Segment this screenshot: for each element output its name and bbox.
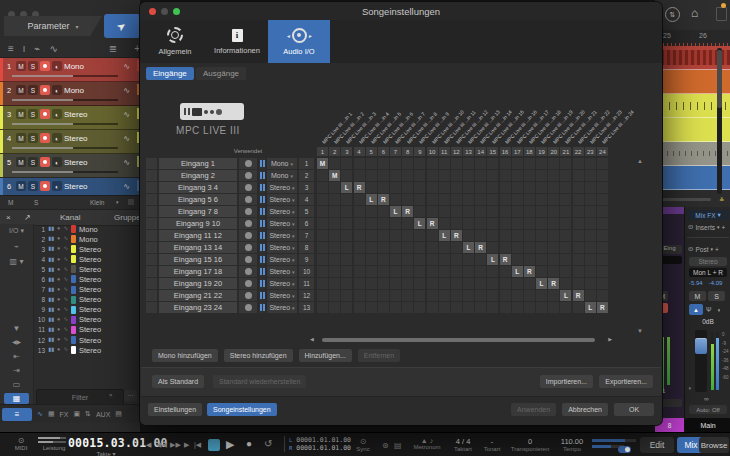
grid-toggle-icon[interactable] bbox=[128, 199, 134, 205]
matrix-cell[interactable] bbox=[475, 278, 486, 289]
matrix-cell[interactable] bbox=[329, 218, 340, 229]
matrix-cell[interactable] bbox=[317, 230, 328, 241]
matrix-cell[interactable] bbox=[341, 206, 352, 217]
matrix-cell[interactable] bbox=[487, 170, 498, 181]
dialog-titlebar[interactable]: Songeinstellungen bbox=[140, 2, 662, 21]
channel-color-chip[interactable] bbox=[71, 346, 76, 354]
channel-name-cell[interactable]: Eingang 7 8 bbox=[159, 206, 237, 217]
mono-button[interactable]: ▲ bbox=[689, 304, 703, 315]
inspector-icon[interactable]: I bbox=[23, 44, 26, 54]
matrix-cell[interactable] bbox=[463, 302, 474, 313]
matrix-cell[interactable] bbox=[439, 254, 450, 265]
matrix-cell[interactable] bbox=[524, 302, 535, 313]
matrix-cell[interactable] bbox=[414, 242, 425, 253]
solo-button[interactable]: S bbox=[28, 181, 38, 191]
matrix-cell[interactable] bbox=[548, 158, 559, 169]
matrix-cell[interactable] bbox=[500, 170, 511, 181]
matrix-cell[interactable] bbox=[475, 206, 486, 217]
channel-color-chip[interactable] bbox=[71, 306, 76, 314]
matrix-cell[interactable] bbox=[585, 266, 596, 277]
matrix-cell[interactable] bbox=[573, 242, 584, 253]
matrix-cell[interactable] bbox=[597, 170, 608, 181]
channel-name-cell[interactable]: Eingang 11 12 bbox=[159, 230, 237, 241]
inserts-header[interactable]: ⊙ Inserts ▾+ bbox=[688, 223, 725, 231]
chevron-down-icon[interactable]: ▾ bbox=[116, 199, 119, 205]
matrix-cell[interactable] bbox=[463, 278, 474, 289]
matrix-cell[interactable] bbox=[390, 302, 401, 313]
matrix-cell[interactable]: R bbox=[548, 278, 559, 289]
matrix-cell[interactable]: L bbox=[439, 230, 450, 241]
matrix-cell[interactable] bbox=[366, 230, 377, 241]
matrix-cell[interactable] bbox=[439, 194, 450, 205]
row-handle-cell[interactable] bbox=[146, 206, 157, 217]
matrix-cell[interactable] bbox=[463, 254, 474, 265]
zoom-dialog-icon[interactable] bbox=[173, 8, 180, 15]
wrench-icon[interactable]: ⌁ bbox=[34, 43, 40, 54]
matrix-cell[interactable] bbox=[414, 158, 425, 169]
matrix-col-number[interactable]: 9 bbox=[414, 147, 425, 156]
solo-button[interactable]: S bbox=[28, 157, 38, 167]
matrix-cell[interactable] bbox=[560, 242, 571, 253]
matrix-cell[interactable] bbox=[585, 254, 596, 265]
matrix-cell[interactable] bbox=[354, 170, 365, 181]
matrix-cell[interactable]: R bbox=[451, 230, 462, 241]
loop-button[interactable]: ↺ bbox=[264, 438, 272, 449]
channel-type-select[interactable]: Stereo▾ bbox=[267, 290, 297, 301]
output-select[interactable]: Mon L + R bbox=[689, 268, 727, 277]
link-icon[interactable]: ∞ bbox=[704, 395, 709, 402]
matrix-cell[interactable] bbox=[354, 302, 365, 313]
matrix-cell[interactable] bbox=[414, 230, 425, 241]
mute-button[interactable]: M bbox=[16, 85, 26, 95]
collapse-icon[interactable]: ◀▶ bbox=[0, 338, 33, 345]
channel-list-item[interactable]: 12 ▮▮ ● ∿ Stereo bbox=[33, 335, 140, 345]
matrix-cell[interactable] bbox=[366, 242, 377, 253]
matrix-cell[interactable] bbox=[487, 242, 498, 253]
matrix-cell[interactable] bbox=[451, 158, 462, 169]
matrix-cell[interactable] bbox=[354, 278, 365, 289]
edit-view-button[interactable]: Edit bbox=[640, 437, 674, 453]
matrix-cell[interactable] bbox=[378, 278, 389, 289]
matrix-cell[interactable] bbox=[585, 158, 596, 169]
matrix-cell[interactable] bbox=[463, 182, 474, 193]
speaker-icon[interactable]: ◖ bbox=[717, 306, 721, 313]
matrix-cell[interactable] bbox=[390, 194, 401, 205]
solo-button[interactable]: S bbox=[28, 61, 38, 71]
matrix-cell[interactable] bbox=[524, 158, 535, 169]
matrix-cell[interactable] bbox=[560, 266, 571, 277]
matrix-col-number[interactable]: 3 bbox=[341, 147, 352, 156]
matrix-cell[interactable] bbox=[524, 290, 535, 301]
matrix-col-number[interactable]: 22 bbox=[573, 147, 584, 156]
matrix-cell[interactable] bbox=[439, 290, 450, 301]
matrix-cell[interactable] bbox=[390, 266, 401, 277]
row-handle-cell[interactable] bbox=[146, 302, 157, 313]
matrix-cell[interactable] bbox=[548, 254, 559, 265]
matrix-cell[interactable] bbox=[390, 158, 401, 169]
play-button[interactable]: ▶ bbox=[226, 438, 234, 451]
matrix-cell[interactable] bbox=[402, 194, 413, 205]
matrix-cell[interactable] bbox=[548, 302, 559, 313]
matrix-cell[interactable] bbox=[597, 266, 608, 277]
channel-type-select[interactable]: Stereo▾ bbox=[267, 182, 297, 193]
matrix-cell[interactable] bbox=[487, 278, 498, 289]
input-select[interactable]: Stereo bbox=[689, 257, 727, 266]
matrix-cell[interactable] bbox=[573, 182, 584, 193]
channel-type-select[interactable]: Stereo▾ bbox=[267, 230, 297, 241]
channel-type-select[interactable]: Stereo▾ bbox=[267, 218, 297, 229]
matrix-cell[interactable] bbox=[500, 230, 511, 241]
matrix-cell[interactable] bbox=[341, 266, 352, 277]
matrix-cell[interactable] bbox=[524, 242, 535, 253]
matrix-cell[interactable] bbox=[548, 242, 559, 253]
ok-button[interactable]: OK bbox=[614, 403, 654, 416]
add-marker-icon[interactable]: ⇤ bbox=[0, 352, 33, 361]
matrix-cell[interactable] bbox=[378, 218, 389, 229]
track-row[interactable]: 4 M S ◐ Stereo ∿ bbox=[0, 130, 140, 154]
matrix-cell[interactable] bbox=[536, 194, 547, 205]
channel-name-cell[interactable]: Eingang 5 6 bbox=[159, 194, 237, 205]
channel-list-item[interactable]: 4 ▮▮ ● ∿ Stereo bbox=[33, 254, 140, 264]
monitor-button[interactable]: ◐ bbox=[52, 157, 62, 167]
matrix-cell[interactable] bbox=[524, 182, 535, 193]
matrix-cell[interactable] bbox=[585, 278, 596, 289]
matrix-cell[interactable] bbox=[487, 206, 498, 217]
io-filter-button[interactable]: I/O ▾ bbox=[0, 227, 33, 235]
parameter-dropdown[interactable]: Parameter ▾ bbox=[4, 16, 102, 36]
